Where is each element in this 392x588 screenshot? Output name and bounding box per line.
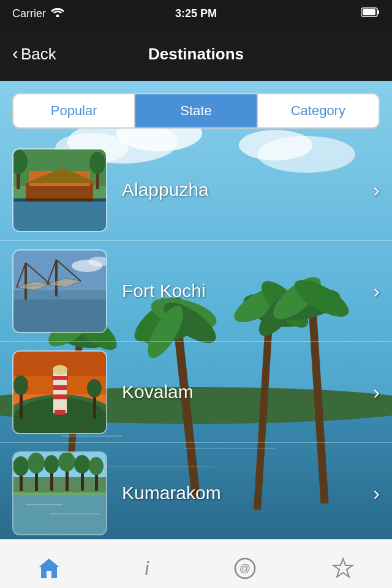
svg-rect-3 — [363, 9, 375, 15]
segment-category[interactable]: Category — [258, 94, 379, 127]
destination-name-kovalam: Kovalam — [107, 382, 373, 402]
tab-mail[interactable]: @ Mail Us — [196, 557, 294, 588]
back-label: Back — [21, 45, 56, 64]
tab-bar: Home i About @ Mail Us Favorites — [0, 539, 392, 588]
svg-point-72 — [13, 375, 28, 395]
destination-chevron-kovalam: › — [373, 381, 380, 404]
destination-thumbnail-fort-kochi — [12, 249, 107, 333]
destination-list: Alappuzha › — [0, 140, 392, 539]
svg-rect-40 — [13, 198, 107, 202]
svg-rect-47 — [13, 290, 107, 300]
svg-rect-70 — [53, 394, 67, 399]
status-bar-left: Carrier — [12, 7, 64, 20]
svg-text:i: i — [144, 557, 149, 579]
svg-point-88 — [74, 455, 90, 473]
destination-thumbnail-kovalam — [12, 350, 107, 434]
svg-rect-68 — [55, 410, 66, 415]
mail-icon: @ — [233, 557, 257, 585]
tab-favorites[interactable]: Favorites — [294, 557, 392, 588]
battery-icon — [361, 7, 380, 20]
list-item[interactable]: Alappuzha › — [0, 140, 392, 241]
svg-marker-93 — [39, 559, 59, 578]
svg-point-44 — [89, 152, 105, 174]
nav-title: Destinations — [148, 45, 244, 64]
svg-rect-2 — [377, 10, 379, 14]
star-icon — [331, 557, 355, 585]
carrier-label: Carrier — [12, 7, 46, 20]
main-content: Popular State Category — [0, 81, 392, 539]
tab-about[interactable]: i About — [98, 557, 196, 588]
destination-name-kumarakom: Kumarakom — [107, 483, 373, 503]
destination-thumbnail-kumarakom — [12, 451, 107, 535]
status-bar: Carrier 3:25 PM — [0, 0, 392, 27]
svg-point-80 — [13, 456, 29, 476]
back-chevron-icon: ‹ — [12, 43, 18, 64]
svg-point-67 — [53, 365, 67, 375]
destination-name-fort-kochi: Fort Kochi — [107, 281, 373, 301]
svg-point-82 — [28, 453, 45, 473]
nav-bar: ‹ Back Destinations — [0, 27, 392, 81]
destination-chevron-kumarakom: › — [373, 482, 380, 505]
segment-state[interactable]: State — [135, 94, 256, 127]
svg-text:@: @ — [239, 562, 251, 575]
svg-rect-78 — [13, 477, 107, 492]
status-bar-right — [361, 7, 380, 20]
list-item[interactable]: Kumarakom › — [0, 443, 392, 539]
segment-popular[interactable]: Popular — [13, 94, 134, 127]
destination-chevron-fort-kochi: › — [373, 280, 380, 303]
svg-rect-46 — [13, 296, 107, 333]
svg-point-84 — [44, 455, 59, 473]
svg-marker-97 — [333, 559, 353, 577]
svg-point-74 — [87, 379, 102, 398]
segment-control: Popular State Category — [12, 93, 380, 129]
destination-chevron-alappuzha: › — [373, 179, 380, 202]
status-bar-time: 3:25 PM — [175, 7, 217, 20]
svg-point-0 — [56, 14, 59, 17]
list-item[interactable]: Fort Kochi › — [0, 241, 392, 342]
svg-rect-69 — [53, 385, 67, 390]
back-button[interactable]: ‹ Back — [12, 44, 56, 64]
svg-point-86 — [58, 453, 75, 472]
svg-point-90 — [89, 457, 104, 475]
list-item[interactable]: Kovalam › — [0, 342, 392, 443]
home-icon — [37, 557, 61, 585]
destination-name-alappuzha: Alappuzha — [107, 179, 373, 200]
wifi-icon — [51, 7, 64, 20]
destination-thumbnail-alappuzha — [12, 148, 107, 232]
tab-home[interactable]: Home — [0, 557, 98, 588]
info-icon: i — [138, 557, 156, 585]
